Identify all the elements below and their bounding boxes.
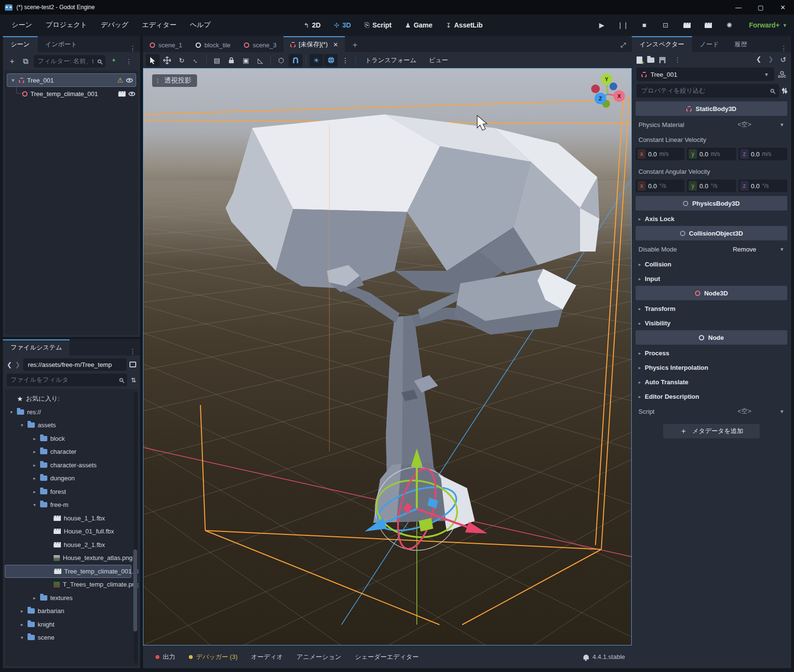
group-icon[interactable]: ▣ [239,54,253,67]
nav-back-icon[interactable]: ❮ [7,361,12,368]
visibility-eye-icon[interactable] [128,92,135,96]
scene-tree-menu-icon[interactable]: ⋮ [122,57,136,65]
fold-Editor Description[interactable]: ▸Editor Description [636,389,787,404]
chevron-right-icon[interactable]: ▸ [32,476,37,481]
nav-forward-icon[interactable]: ❯ [15,361,20,368]
remote-debug-icon[interactable]: ⊡ [659,19,672,31]
visibility-eye-icon[interactable] [126,78,133,83]
bottom-tab[interactable]: オーディオ [245,650,289,664]
stop-button[interactable]: ■ [638,19,651,31]
scrollbar-thumb[interactable] [133,549,137,631]
tab-history[interactable]: 履歴 [726,36,754,52]
movie-maker-icon[interactable]: ✺ [723,19,736,31]
tab-filesystem[interactable]: ファイルシステム [3,339,70,355]
scene-filter-input[interactable]: フィルター: 名前、t [34,55,105,68]
fs-item[interactable]: ▸forest [5,485,138,499]
ruler-icon[interactable]: ◺ [254,54,267,67]
property-value[interactable]: <空> [711,120,778,129]
fs-item[interactable]: ▾res:// [5,406,138,419]
chevron-down-icon[interactable]: ▾ [32,502,37,507]
fs-item[interactable]: Tree_temp_climate_001.FBX [5,565,131,578]
tab-node[interactable]: ノード [692,36,727,52]
category-Node[interactable]: Node [636,330,787,345]
fold-Process[interactable]: ▸Process [636,346,787,360]
y-field[interactable]: y0.0m/s [687,148,736,160]
fs-item[interactable]: ★お気に入り: [5,392,138,406]
snap-object-icon[interactable]: ⬡ [274,54,288,67]
switcher-Game[interactable]: ♟Game [400,19,438,31]
scrollbar-track[interactable] [134,392,138,663]
fs-item[interactable]: house_1_1.fbx [5,512,138,525]
magnet-snap-icon[interactable] [289,54,302,67]
fold-Collision[interactable]: ▸Collision [636,257,787,271]
tab-inspector[interactable]: インスペクター [632,36,692,52]
fs-item[interactable]: T_Trees_temp_climate.png [5,578,138,591]
scene-tab[interactable]: block_tile [189,38,237,52]
object-history-icon[interactable]: ↺ [780,56,786,64]
fs-item[interactable]: ▸character-assets [5,459,138,472]
history-forward-icon[interactable]: ❯ [768,56,774,64]
category-PhysicsBody3D[interactable]: PhysicsBody3D [636,196,787,210]
property-value[interactable]: <空> [711,407,778,416]
menu-エディター[interactable]: エディター [136,18,182,32]
chevron-down-icon[interactable]: ▾ [19,422,25,428]
fs-item[interactable]: ▸knight [5,618,138,631]
chevron-right-icon[interactable]: ▸ [19,622,25,627]
play-custom-scene-button[interactable] [701,19,715,31]
move-tool-button[interactable] [160,54,174,67]
chevron-right-icon[interactable]: ▸ [32,595,37,601]
resource-menu-icon[interactable]: ⋮ [670,56,685,64]
instance-scene-icon[interactable]: ⧉ [20,57,31,66]
z-field[interactable]: z0.0°/s [738,180,787,192]
fs-item[interactable]: ▾free-m [5,498,138,512]
load-resource-icon[interactable] [647,57,654,63]
chevron-down-icon[interactable]: ▼ [778,247,784,252]
fold-Physics Interpolation[interactable]: ▸Physics Interpolation [636,360,787,375]
x-field[interactable]: x0.0m/s [636,148,684,160]
fs-item[interactable]: ▸dungeon [5,472,138,485]
path-field[interactable] [23,358,127,371]
environment-icon[interactable] [324,54,338,67]
open-docs-icon[interactable]: DOC [778,71,786,78]
sort-icon[interactable]: ⇅ [131,377,136,384]
fs-item[interactable]: ▸barbarian [5,604,138,618]
switcher-Script[interactable]: ⎘Script [360,19,397,31]
x-field[interactable]: x0.0°/s [636,180,684,192]
scene-instance-icon[interactable] [118,91,126,97]
scene-node-child[interactable]: Tree_temp_climate_001 [5,87,138,100]
fs-item[interactable]: ▸block [5,432,138,446]
switcher-2D[interactable]: ↰2D [299,19,326,31]
chevron-down-icon[interactable]: ▾ [9,409,14,415]
chevron-down-icon[interactable]: ▾ [19,635,25,640]
view-menu[interactable]: ビュー [423,56,454,65]
node-selector[interactable]: Tree_001 ▼ [637,68,774,81]
chevron-right-icon[interactable]: ▸ [32,462,37,468]
file-filter-input[interactable]: ファイルをフィルタ [7,374,127,386]
fold-Transform[interactable]: ▸Transform [636,301,787,316]
viewport-menu-icon[interactable]: ⋮ [155,78,160,83]
split-view-icon[interactable] [129,362,136,367]
switcher-AssetLib[interactable]: ↧AssetLib [441,19,487,31]
new-scene-tab-button[interactable]: ＋ [345,39,365,52]
renderer-selector[interactable]: Forward+ ▼ [749,21,787,29]
transform-menu[interactable]: トランスフォーム [359,56,422,65]
menu-プロジェクト[interactable]: プロジェクト [40,18,93,32]
fold-Input[interactable]: ▸Input [636,271,787,286]
select-tool-button[interactable] [146,54,159,67]
chevron-right-icon[interactable]: ▸ [32,449,37,454]
tab-import[interactable]: インポート [38,36,85,52]
scene-tab[interactable]: scene_3 [237,38,283,52]
chevron-right-icon[interactable]: ▸ [32,436,37,441]
category-CollisionObject3D[interactable]: CollisionObject3D [636,226,787,240]
fs-item[interactable]: ▾scene [5,631,138,644]
inspector-menu-icon[interactable]: ⋮ [777,44,791,52]
close-button[interactable]: ✕ [772,0,794,14]
bottom-tab[interactable]: アニメーション [291,650,347,664]
bottom-tab[interactable]: 出力 [150,650,181,664]
fold-Auto Translate[interactable]: ▸Auto Translate [636,375,787,389]
switcher-3D[interactable]: ✣3D [329,19,356,31]
filter-options-icon[interactable] [783,88,786,94]
sun-icon[interactable]: ☀ [310,54,323,67]
category-StaticBody3D[interactable]: StaticBody3D [636,101,787,116]
fold-Axis Lock[interactable]: ▸Axis Lock [636,211,787,226]
